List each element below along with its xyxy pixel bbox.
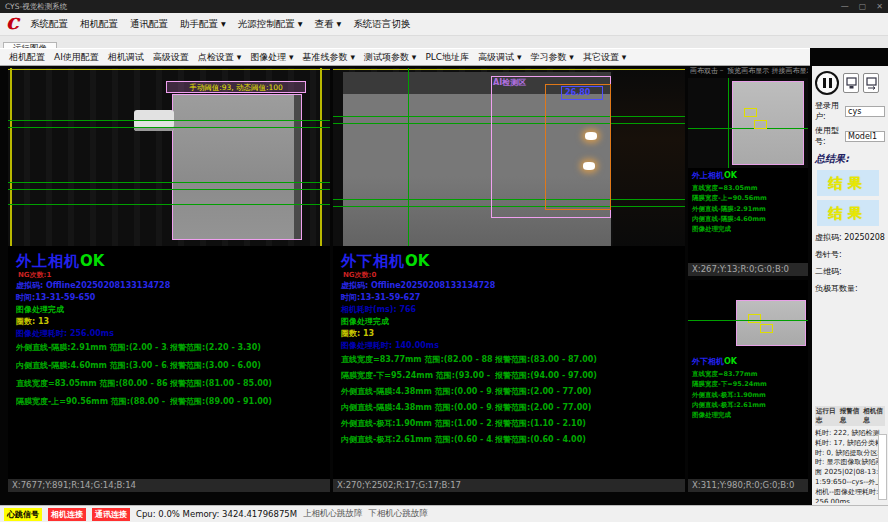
tool-advanced-debug[interactable]: 高级调试 ▾ (478, 51, 521, 64)
menu-light-config[interactable]: 光源控制配置 ▾ (238, 18, 303, 31)
login-user-value[interactable]: cys (845, 106, 885, 117)
center-camera-cost: 相机耗时(ms): 766 (341, 304, 416, 315)
switch-view-icon (866, 77, 877, 90)
center-result-title: 外下相机OK (341, 252, 429, 271)
roi-rect (545, 84, 611, 210)
left-camera-canvas[interactable]: 手动阈值:93, 动态阈值:100 (8, 68, 330, 246)
tab-run-log[interactable]: 运行日志 (816, 407, 837, 425)
measurement-row: 隔膜宽度-上=90.56mm 范围:(88.00 - 92.00)报警范围:(8… (16, 396, 328, 407)
menu-view[interactable]: 查看 ▾ (315, 18, 342, 31)
menu-camera-config[interactable]: 相机配置 (80, 18, 118, 31)
left-count: 圈数: 13 (16, 316, 49, 327)
tool-camera-config[interactable]: 相机配置 (9, 51, 45, 64)
tool-baseline-params[interactable]: 基准线参数 ▾ (303, 51, 355, 64)
left-result-title: 外上相机OK (16, 252, 104, 271)
top-preview-panel: 外上相机OK 直线宽度=83.05mm 隔膜宽度-上=90.56mm 外侧直线-… (688, 78, 808, 276)
center-ng-count: NG次数:0 (343, 270, 376, 280)
top-preview-canvas[interactable] (688, 78, 808, 168)
overlay-line (8, 69, 330, 70)
overlay-line (320, 68, 322, 246)
pause-button[interactable] (815, 71, 839, 95)
menu-language-switch[interactable]: 系统语言切换 (353, 18, 410, 31)
tool-ai-config[interactable]: AI使用配置 (54, 51, 99, 64)
model-label: 使用型号: (815, 125, 843, 147)
menu-bar: C 系统配置 相机配置 通讯配置 助手配置 ▾ 光源控制配置 ▾ 查看 ▾ 系统… (0, 13, 888, 36)
center-time: 时间:13-31-59-627 (341, 292, 420, 303)
tool-camera-debug[interactable]: 相机调试 (108, 51, 144, 64)
status-bar: 心跳信号 相机连接 通讯连接 Cpu: 0.0% Memory: 3424.41… (0, 505, 888, 522)
log-text: 耗时: 222, 缺陷检测耗时: 17, 缺陷分类耗时: 0, 缺陷提取分区耗时… (815, 429, 885, 503)
tool-other-settings[interactable]: 其它设置 ▾ (583, 51, 626, 64)
center-camera-canvas[interactable]: AI检测区 26.80 (333, 68, 685, 246)
bottom-preview-canvas[interactable] (688, 280, 808, 350)
defect-box (744, 108, 757, 117)
tool-spot-check[interactable]: 点检设置 ▾ (198, 51, 241, 64)
log-scrollbar[interactable] (878, 434, 887, 500)
machinery-zone (613, 68, 685, 246)
total-result-label: 总结果: (815, 152, 885, 166)
measurement-row: 外侧直线-隔膜:2.91mm 范围:(2.00 - 3.50)报警范围:(2.2… (16, 342, 328, 353)
bottom-preview-coords: X:311;Y:980;R:0;G:0;B:0 (688, 479, 808, 492)
camera-link-status-badge: 相机连接 (48, 508, 86, 521)
measurement-row: 隔膜宽度-下=95.24mm 范围:(93.00 - 98.00)报警范围:(9… (341, 370, 683, 381)
tool-test-params[interactable]: 测试项参数 ▾ (364, 51, 416, 64)
measurement-row: 直线宽度=83.05mm 范围:(80.00 - 86.00)报警范围:(81.… (16, 378, 328, 389)
threshold-label: 手动阈值:93, 动态阈值:100 (166, 81, 306, 93)
menu-system-config[interactable]: 系统配置 (30, 18, 68, 31)
maximize-icon[interactable]: ▢ (859, 2, 867, 11)
overlay-line (728, 78, 729, 168)
left-ng-count: NG次数:1 (18, 270, 51, 280)
model-value[interactable]: Model1 (845, 131, 885, 142)
tool-plc-address[interactable]: PLC地址库 (425, 51, 469, 64)
left-result-status: OK (80, 252, 104, 270)
main-area: 手动阈值:93, 动态阈值:100 外上相机OK NG次数:1 虚拟码: Off… (0, 66, 888, 505)
tab-camera-info[interactable]: 相机信息 (863, 407, 884, 425)
sidebar-button-row (815, 69, 885, 97)
upper-camera-heartbeat-error: 上相机心跳故障 (303, 508, 363, 520)
overlay-line (8, 204, 330, 205)
menu-comm-config[interactable]: 通讯配置 (130, 18, 168, 31)
defect-box (754, 120, 767, 129)
measurement-row: 内侧直线-隔膜:4.38mm 范围:(0.00 - 9.00)报警范围:(2.0… (341, 402, 683, 413)
overlay-line (10, 68, 12, 246)
inspected-part (736, 300, 806, 346)
log-tabs: 运行日志 报警信息 相机信息 (815, 406, 885, 426)
tool-learning-params[interactable]: 学习参数 ▾ (531, 51, 574, 64)
tool-image-processing[interactable]: 图像处理 ▾ (250, 51, 293, 64)
measurement-row: 直线宽度=83.77mm 范围:(82.00 - 88.00)报警范围:(83.… (341, 354, 683, 365)
center-result-status: OK (405, 252, 429, 270)
overlay-line (333, 69, 685, 70)
bottom-preview-panel: 外下相机OK 直线宽度=83.77mm 隔膜宽度-下=95.24mm 外侧直线-… (688, 280, 808, 492)
center-pixel-coords: X:270;Y:2502;R:17;G:17;B:17 (333, 479, 685, 492)
overlay-line (688, 320, 808, 321)
menu-assistant-config[interactable]: 助手配置 ▾ (180, 18, 226, 31)
left-barcode: 虚拟码: Offline20250208133134728 (16, 280, 170, 291)
reflection-glint (583, 162, 595, 170)
camera-view-2-button[interactable] (863, 73, 879, 93)
center-camera-view: AI检测区 26.80 外下相机OK NG次数:0 虚拟码: Offline20… (333, 68, 685, 492)
login-user-label: 登录用户: (815, 100, 843, 122)
minimize-icon[interactable]: — (841, 2, 849, 11)
lower-camera-heartbeat-error: 下相机心跳故障 (369, 508, 429, 520)
canvas-hint-label: 画布双击－ 预览画布显示 拼接画布显示 (690, 66, 808, 77)
app-window: CYS-视觉检测系统 — ▢ ✕ C 系统配置 相机配置 通讯配置 助手配置 ▾… (0, 0, 888, 522)
measurement-row: 内侧直线-隔膜:4.60mm 范围:(3.00 - 6.00)报警范围:(3.0… (16, 360, 328, 371)
measurement-row: 内侧直线-极耳:2.61mm 范围:(0.60 - 4.00)报警范围:(0.6… (341, 434, 683, 445)
result-box-1: 结果 (817, 170, 879, 196)
preview-result-title: 外下相机OK (692, 356, 767, 369)
center-barcode: 虚拟码: Offline20250208133134728 (341, 280, 495, 291)
close-icon[interactable]: ✕ (876, 2, 883, 11)
measurement-row: 外侧直线-隔膜:4.38mm 范围:(0.00 - 9.00)报警范围:(2.0… (341, 386, 683, 397)
overlay-line (408, 68, 409, 246)
tool-advanced-settings[interactable]: 高级设置 (153, 51, 189, 64)
tab-strip: 运行图像 (0, 36, 888, 48)
right-sidebar: 登录用户: cys 使用型号: Model1 总结果: 结果 结果 虚拟码: 2… (812, 66, 888, 505)
camera-view-1-button[interactable] (843, 73, 859, 93)
defect-box (748, 314, 761, 323)
tab-alarm-info[interactable]: 报警信息 (840, 407, 861, 425)
window-title: CYS-视觉检测系统 (5, 2, 67, 12)
comm-link-status-badge: 通讯连接 (92, 508, 130, 521)
overlay-line (8, 127, 330, 128)
reel-number-label: 卷针号: (815, 249, 885, 260)
measurement-row: 外侧直线-极耳:1.90mm 范围:(1.00 - 2.20)报警范围:(1.1… (341, 418, 683, 429)
